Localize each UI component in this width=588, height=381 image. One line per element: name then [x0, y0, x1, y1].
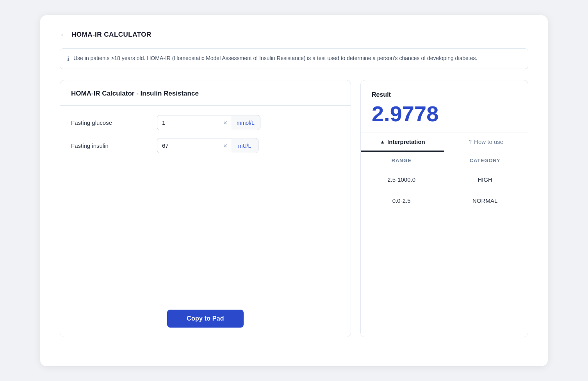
table-row: 2.5-1000.0 HIGH [361, 169, 528, 190]
fasting-insulin-label: Fasting insulin [71, 142, 157, 149]
tab-how-to-use-label: How to use [474, 138, 503, 145]
fasting-glucose-clear-icon[interactable]: ✕ [220, 120, 231, 126]
how-to-use-icon: ? [469, 139, 472, 145]
main-content: HOMA-IR Calculator - Insulin Resistance … [60, 80, 528, 337]
category-header: CATEGORY [442, 152, 528, 169]
interpretation-icon: ▲ [380, 139, 385, 145]
range-header: RANGE [361, 152, 442, 169]
tabs-row: ▲ Interpretation ? How to use [361, 133, 528, 152]
fasting-insulin-input-group: ✕ mU/L [157, 138, 258, 153]
right-panel: Result 2.9778 ▲ Interpretation ? How to … [360, 80, 528, 337]
fasting-glucose-label: Fasting glucose [71, 119, 157, 126]
result-value: 2.9778 [372, 103, 517, 125]
tab-how-to-use[interactable]: ? How to use [444, 133, 528, 152]
info-banner: ℹ Use in patients ≥18 years old. HOMA-IR… [60, 48, 528, 69]
result-label: Result [372, 91, 517, 98]
interpretation-table: RANGE CATEGORY 2.5-1000.0 HIGH 0.0-2.5 N… [361, 152, 528, 211]
tab-interpretation[interactable]: ▲ Interpretation [361, 133, 444, 152]
app-container: ← HOMA-IR CALCULATOR ℹ Use in patients ≥… [40, 15, 548, 366]
range-normal: 0.0-2.5 [361, 190, 442, 211]
left-panel-header: HOMA-IR Calculator - Insulin Resistance [60, 80, 351, 106]
category-high: HIGH [442, 169, 528, 190]
fasting-glucose-unit: mmol/L [231, 116, 260, 130]
fasting-glucose-input-group: ✕ mmol/L [157, 115, 260, 130]
info-icon: ℹ [67, 55, 69, 64]
header: ← HOMA-IR CALCULATOR [60, 31, 528, 39]
copy-to-pad-button[interactable]: Copy to Pad [167, 310, 244, 328]
fasting-insulin-input[interactable] [157, 138, 220, 153]
fasting-insulin-unit: mU/L [231, 139, 258, 153]
calculator-title: HOMA-IR Calculator - Insulin Resistance [71, 90, 199, 97]
back-button[interactable]: ← [60, 31, 67, 39]
fasting-insulin-row: Fasting insulin ✕ mU/L [71, 138, 340, 153]
range-high: 2.5-1000.0 [361, 169, 442, 190]
table-header-row: RANGE CATEGORY [361, 152, 528, 169]
fasting-glucose-row: Fasting glucose ✕ mmol/L [71, 115, 340, 130]
copy-button-row: Copy to Pad [71, 302, 340, 328]
page-title: HOMA-IR CALCULATOR [71, 31, 151, 39]
info-text: Use in patients ≥18 years old. HOMA-IR (… [73, 54, 477, 62]
left-panel: HOMA-IR Calculator - Insulin Resistance … [60, 80, 351, 337]
fasting-glucose-input[interactable] [157, 115, 220, 130]
fasting-insulin-clear-icon[interactable]: ✕ [220, 143, 231, 149]
category-normal: NORMAL [442, 190, 528, 211]
tab-interpretation-label: Interpretation [387, 138, 425, 145]
result-section: Result 2.9778 [361, 80, 528, 133]
left-panel-body: Fasting glucose ✕ mmol/L Fasting insulin… [60, 106, 351, 337]
table-row: 0.0-2.5 NORMAL [361, 190, 528, 211]
